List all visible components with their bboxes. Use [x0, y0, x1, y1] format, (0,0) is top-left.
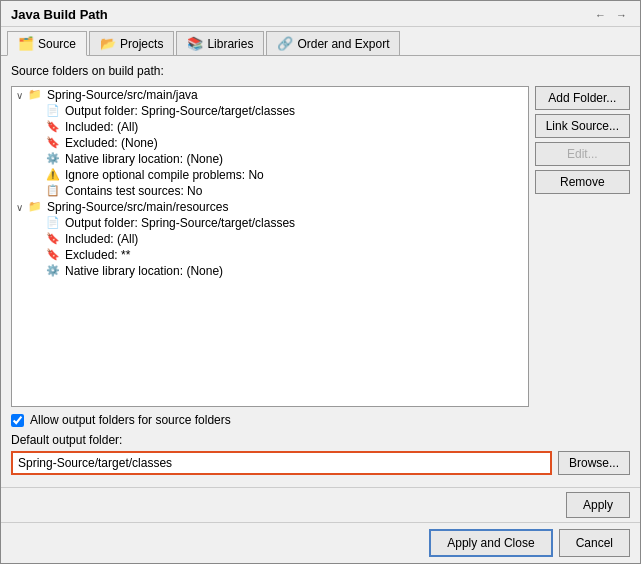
tree-item-label: Contains test sources: No — [65, 184, 202, 198]
allow-output-label: Allow output folders for source folders — [30, 413, 231, 427]
title-bar: Java Build Path ← → — [1, 1, 640, 27]
tab-libraries[interactable]: 📚 Libraries — [176, 31, 264, 55]
output-folder-icon: 📄 — [46, 104, 62, 118]
filter-icon: 🔖 — [46, 120, 62, 134]
edit-button[interactable]: Edit... — [535, 142, 630, 166]
filter-icon2: 🔖 — [46, 232, 62, 246]
tree-item[interactable]: 📄 Output folder: Spring-Source/target/cl… — [12, 215, 528, 231]
folder-icon: 📁 — [28, 88, 44, 102]
allow-output-row: Allow output folders for source folders — [11, 413, 630, 427]
tree-item-label: Spring-Source/src/main/java — [47, 88, 198, 102]
tree-item-label: Excluded: ** — [65, 248, 130, 262]
order-export-tab-icon: 🔗 — [277, 36, 293, 51]
footer-bar: Apply and Close Cancel — [1, 522, 640, 563]
main-content: Source folders on build path: ∨ 📁 Spring… — [1, 56, 640, 487]
tree-item[interactable]: ⚙️ Native library location: (None) — [12, 151, 528, 167]
nav-back-button[interactable]: ← — [592, 8, 609, 22]
tree-item-label: Output folder: Spring-Source/target/clas… — [65, 104, 295, 118]
tree-item-label: Included: (All) — [65, 232, 138, 246]
cancel-button[interactable]: Cancel — [559, 529, 630, 557]
tree-item-label: Output folder: Spring-Source/target/clas… — [65, 216, 295, 230]
link-source-button[interactable]: Link Source... — [535, 114, 630, 138]
apply-button[interactable]: Apply — [566, 492, 630, 518]
native-lib-icon: ⚙️ — [46, 152, 62, 166]
bottom-section: Allow output folders for source folders … — [11, 413, 630, 479]
tree-item[interactable]: ∨ 📁 Spring-Source/src/main/resources — [12, 199, 528, 215]
tree-item[interactable]: 🔖 Included: (All) — [12, 119, 528, 135]
tab-projects-label: Projects — [120, 37, 163, 51]
tree-item[interactable]: ∨ 📁 Spring-Source/src/main/java — [12, 87, 528, 103]
tab-source[interactable]: 🗂️ Source — [7, 31, 87, 56]
tree-item[interactable]: ⚙️ Native library location: (None) — [12, 263, 528, 279]
tabs-bar: 🗂️ Source 📂 Projects 📚 Libraries 🔗 Order… — [1, 27, 640, 56]
tab-libraries-label: Libraries — [207, 37, 253, 51]
source-folders-label: Source folders on build path: — [11, 64, 630, 78]
tree-toggle-icon[interactable]: ∨ — [16, 202, 28, 213]
tree-item[interactable]: 🔖 Excluded: (None) — [12, 135, 528, 151]
allow-output-checkbox[interactable] — [11, 414, 24, 427]
source-tree-panel[interactable]: ∨ 📁 Spring-Source/src/main/java 📄 Output… — [11, 86, 529, 407]
folder-icon: 📁 — [28, 200, 44, 214]
tab-order-export-label: Order and Export — [297, 37, 389, 51]
apply-bar: Apply — [1, 487, 640, 522]
tree-item-label: Excluded: (None) — [65, 136, 158, 150]
output-folder-input[interactable] — [11, 451, 552, 475]
default-output-label: Default output folder: — [11, 433, 630, 447]
tree-item[interactable]: 🔖 Excluded: ** — [12, 247, 528, 263]
tree-item[interactable]: ⚠️ Ignore optional compile problems: No — [12, 167, 528, 183]
source-tab-icon: 🗂️ — [18, 36, 34, 51]
tree-item[interactable]: 📋 Contains test sources: No — [12, 183, 528, 199]
tree-item-label: Ignore optional compile problems: No — [65, 168, 264, 182]
excluded-icon2: 🔖 — [46, 248, 62, 262]
tree-item-label: Included: (All) — [65, 120, 138, 134]
tree-item[interactable]: 🔖 Included: (All) — [12, 231, 528, 247]
tree-item-label: Native library location: (None) — [65, 264, 223, 278]
test-sources-icon: 📋 — [46, 184, 62, 198]
excluded-icon: 🔖 — [46, 136, 62, 150]
tree-item-label: Spring-Source/src/main/resources — [47, 200, 228, 214]
nav-fwd-button[interactable]: → — [613, 8, 630, 22]
tree-toggle-icon[interactable]: ∨ — [16, 90, 28, 101]
dialog-title: Java Build Path — [11, 7, 108, 22]
apply-and-close-button[interactable]: Apply and Close — [429, 529, 552, 557]
tab-order-export[interactable]: 🔗 Order and Export — [266, 31, 400, 55]
add-folder-button[interactable]: Add Folder... — [535, 86, 630, 110]
remove-button[interactable]: Remove — [535, 170, 630, 194]
browse-button[interactable]: Browse... — [558, 451, 630, 475]
title-bar-nav: ← → — [592, 8, 630, 22]
tree-panel-wrapper: ∨ 📁 Spring-Source/src/main/java 📄 Output… — [11, 86, 630, 407]
native-lib-icon2: ⚙️ — [46, 264, 62, 278]
tree-item-label: Native library location: (None) — [65, 152, 223, 166]
ignore-icon: ⚠️ — [46, 168, 62, 182]
tree-item[interactable]: 📄 Output folder: Spring-Source/target/cl… — [12, 103, 528, 119]
tab-projects[interactable]: 📂 Projects — [89, 31, 174, 55]
output-folder-icon2: 📄 — [46, 216, 62, 230]
projects-tab-icon: 📂 — [100, 36, 116, 51]
tab-source-label: Source — [38, 37, 76, 51]
libraries-tab-icon: 📚 — [187, 36, 203, 51]
java-build-path-dialog: Java Build Path ← → 🗂️ Source 📂 Projects… — [0, 0, 641, 564]
side-buttons-panel: Add Folder... Link Source... Edit... Rem… — [535, 86, 630, 407]
output-folder-row: Browse... — [11, 451, 630, 475]
